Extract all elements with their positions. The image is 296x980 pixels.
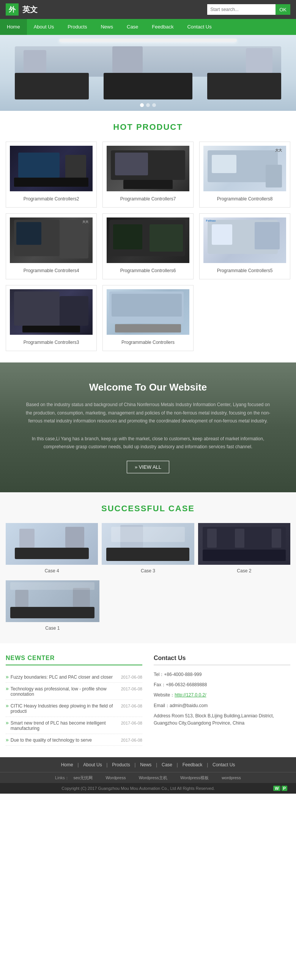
case-item-3[interactable]: Case 3	[102, 523, 194, 574]
case-img-2	[198, 523, 290, 565]
logo-text: 英文	[22, 5, 38, 15]
news-item-4[interactable]: » Smart new trend of PLC has become inte…	[6, 717, 142, 734]
news-link-5[interactable]: Due to the quality of technology to serv…	[11, 737, 118, 743]
nav-item-news[interactable]: News	[94, 19, 120, 35]
case-section: SUCCESSFUL CASE Case 4 Case 3	[0, 492, 296, 643]
product-name-pc2: Programmable Controllers2	[10, 194, 92, 204]
news-date-5: 2017-06-08	[121, 738, 142, 742]
product-name-pc3: Programmable Controllers3	[10, 338, 92, 347]
news-bullet-1: »	[6, 674, 9, 680]
welcome-text1: Based on the industry status and backgro…	[23, 401, 273, 425]
nav-item-home[interactable]: Home	[0, 19, 27, 35]
news-item-2[interactable]: » Technology was professional, low - pro…	[6, 683, 142, 700]
news-date-4: 2017-06-08	[121, 721, 142, 725]
copyright-text: Copyright (C) 2017 Guangzhou Mou Mou Aut…	[62, 786, 215, 791]
footer-copyright: Copyright (C) 2017 Guangzhou Mou Mou Aut…	[0, 783, 296, 794]
product-img-pc7	[107, 146, 189, 191]
contact-website-link[interactable]: http://127.0.0.2/	[175, 692, 206, 698]
news-date-1: 2017-06-08	[121, 675, 142, 679]
product-img-pc5: Feihao	[204, 218, 286, 263]
product-img-pc4: 大大	[10, 218, 92, 263]
welcome-title: Welcome To Our Website	[23, 382, 273, 393]
hot-product-title: HOT PRODUCT	[6, 122, 290, 132]
nav-item-products[interactable]: Products	[61, 19, 94, 35]
case-section-title: SUCCESSFUL CASE	[6, 504, 290, 514]
case-name-2: Case 2	[198, 567, 290, 574]
footer-wp-badge: W P	[273, 786, 287, 791]
product-grid: Programmable Controllers2 Programmable C…	[6, 142, 290, 351]
news-item-5[interactable]: » Due to the quality of technology to se…	[6, 734, 142, 746]
footer-link-2[interactable]: Wordpress	[105, 775, 126, 780]
product-img-pc8: 大大	[204, 146, 286, 191]
product-name-pc4: Programmable Controllers4	[10, 266, 92, 275]
contact-fax: Fax：+86-0632-66889888	[154, 681, 290, 689]
product-item-pc2[interactable]: Programmable Controllers2	[6, 142, 97, 208]
banner-dots	[140, 103, 156, 107]
news-item-1[interactable]: » Fuzzy boundaries: PLC and PAC closer a…	[6, 671, 142, 683]
news-item-3[interactable]: » CITIC Heavy Industries deep plowing in…	[6, 700, 142, 717]
footer-nav-home[interactable]: Home	[61, 762, 73, 767]
news-title: NEWS CENTER	[6, 655, 142, 665]
news-link-1[interactable]: Fuzzy boundaries: PLC and PAC closer and…	[11, 675, 118, 680]
product-item-pc8[interactable]: 大大 Programmable Controllers8	[199, 142, 290, 208]
case-item-2[interactable]: Case 2	[198, 523, 290, 574]
nav-item-about[interactable]: About Us	[27, 19, 61, 35]
product-item-pc4[interactable]: 大大 Programmable Controllers4	[6, 213, 97, 279]
case-item-4[interactable]: Case 4	[6, 523, 98, 574]
bottom-section: NEWS CENTER » Fuzzy boundaries: PLC and …	[0, 643, 296, 757]
banner-image	[0, 35, 296, 111]
header: 外 英文 OK	[0, 0, 296, 19]
search-input[interactable]	[207, 4, 275, 15]
case-img-1	[6, 580, 99, 622]
product-item-pc5[interactable]: Feihao Programmable Controllers5	[199, 213, 290, 279]
footer-link-1[interactable]: seo无忧网	[73, 775, 92, 780]
product-item-pc7[interactable]: Programmable Controllers7	[102, 142, 194, 208]
product-item-pc6[interactable]: Programmable Controllers6	[102, 213, 194, 279]
footer-nav-news[interactable]: News	[140, 762, 151, 767]
footer-nav-products[interactable]: Products	[112, 762, 130, 767]
footer-nav-feedback[interactable]: Feedback	[183, 762, 203, 767]
footer-links-label: Links：	[55, 775, 69, 780]
case-name-4: Case 4	[6, 567, 98, 574]
case-grid-bottom: Case 1	[6, 580, 290, 632]
news-link-4[interactable]: Smart new trend of PLC has become intell…	[11, 721, 118, 731]
welcome-section: Welcome To Our Website Based on the indu…	[0, 363, 296, 492]
footer-nav-about[interactable]: About Us	[83, 762, 102, 767]
product-name-pc7: Programmable Controllers7	[107, 194, 189, 204]
banner-dot-2[interactable]	[146, 103, 150, 107]
search-button[interactable]: OK	[275, 4, 290, 15]
banner-dot-1[interactable]	[140, 103, 144, 107]
product-img-pc3	[10, 289, 92, 335]
news-bullet-2: »	[6, 686, 9, 692]
product-name-pc8: Programmable Controllers8	[204, 194, 286, 204]
footer-link-3[interactable]: Wordpress主机	[139, 775, 167, 780]
banner-dot-3[interactable]	[152, 103, 156, 107]
hot-product-section: HOT PRODUCT Programmable Controllers2	[0, 111, 296, 363]
footer-link-4[interactable]: Wordpress模板	[180, 775, 209, 780]
footer-nav-contact[interactable]: Contact Us	[213, 762, 235, 767]
case-item-1[interactable]: Case 1	[6, 580, 99, 632]
product-name-pc1: Programmable Controllers	[107, 338, 189, 347]
footer-link-5[interactable]: wordpress	[222, 775, 241, 780]
nav-item-feedback[interactable]: Feedback	[145, 19, 180, 35]
product-item-pc3[interactable]: Programmable Controllers3	[6, 285, 97, 351]
case-img-4	[6, 523, 98, 565]
case-spacer	[103, 580, 290, 632]
news-date-2: 2017-06-08	[121, 687, 142, 691]
news-link-2[interactable]: Technology was professional, low - profi…	[11, 686, 118, 697]
nav-item-case[interactable]: Case	[120, 19, 145, 35]
product-img-pc2	[10, 146, 92, 191]
nav-item-contact[interactable]: Contact Us	[180, 19, 218, 35]
case-grid-top: Case 4 Case 3 Ca	[6, 523, 290, 574]
footer-links: Links： seo无忧网 Wordpress Wordpress主机 Word…	[0, 772, 296, 783]
news-date-3: 2017-06-08	[121, 704, 142, 708]
news-link-3[interactable]: CITIC Heavy Industries deep plowing in t…	[11, 703, 118, 714]
case-img-3	[102, 523, 194, 565]
product-name-pc5: Programmable Controllers5	[204, 266, 286, 275]
product-item-pc1[interactable]: Programmable Controllers	[102, 285, 194, 351]
view-all-button[interactable]: » VIEW ALL	[127, 461, 169, 473]
contact-address: Address Room 513, Block B,Lijing Buildin…	[154, 713, 290, 727]
footer-nav-case[interactable]: Case	[162, 762, 172, 767]
news-section: NEWS CENTER » Fuzzy boundaries: PLC and …	[6, 655, 142, 746]
main-nav: Home About Us Products News Case Feedbac…	[0, 19, 296, 35]
